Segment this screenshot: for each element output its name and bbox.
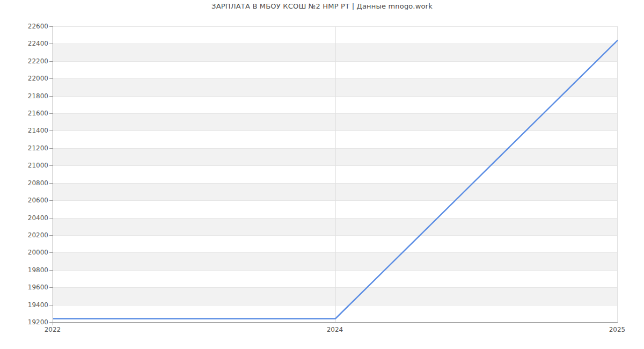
y-tick-label: 20200 [1, 231, 48, 239]
y-tick-label: 20000 [1, 249, 48, 256]
y-tick-mark [49, 287, 53, 288]
y-tick-mark [49, 218, 53, 219]
y-tick-mark [49, 183, 53, 184]
y-tick-mark [49, 61, 53, 62]
y-tick-label: 21600 [1, 110, 48, 117]
x-tick-mark [53, 323, 53, 325]
y-tick-mark [49, 113, 53, 114]
y-tick-mark [49, 43, 53, 44]
salary-line-chart: ЗАРПЛАТА В МБОУ КСОШ №2 НМР РТ | Данные … [0, 0, 644, 349]
y-tick-label: 21400 [1, 127, 48, 134]
y-tick-label: 20600 [1, 197, 48, 204]
y-tick-mark [49, 130, 53, 131]
y-tick-label: 19400 [1, 301, 48, 309]
y-tick-mark [49, 200, 53, 201]
chart-title: ЗАРПЛАТА В МБОУ КСОШ №2 НМР РТ | Данные … [0, 2, 644, 10]
y-tick-label: 21000 [1, 162, 48, 169]
y-tick-label: 19200 [1, 318, 48, 326]
y-tick-mark [49, 305, 53, 306]
x-tick-label: 2022 [36, 326, 69, 333]
y-tick-mark [49, 252, 53, 253]
y-tick-mark [49, 148, 53, 149]
y-tick-label: 19800 [1, 266, 48, 274]
y-tick-label: 21800 [1, 92, 48, 100]
y-tick-label: 20400 [1, 214, 48, 222]
y-tick-label: 20800 [1, 179, 48, 187]
x-tick-label: 2024 [319, 326, 351, 333]
y-tick-label: 21200 [1, 144, 48, 152]
plot-area [53, 26, 618, 323]
y-tick-label: 22000 [1, 75, 48, 82]
y-tick-label: 22200 [1, 57, 48, 65]
y-tick-mark [49, 78, 53, 79]
y-tick-label: 19600 [1, 283, 48, 291]
y-tick-label: 22600 [1, 23, 48, 30]
y-tick-mark [49, 165, 53, 166]
y-tick-mark [49, 270, 53, 271]
salary-line-series [53, 26, 618, 322]
salary-line-path [53, 40, 618, 319]
y-tick-mark [49, 26, 53, 27]
y-tick-mark [49, 96, 53, 97]
y-tick-label: 22400 [1, 40, 48, 47]
y-tick-mark [49, 235, 53, 236]
x-tick-label: 2025 [601, 326, 633, 333]
